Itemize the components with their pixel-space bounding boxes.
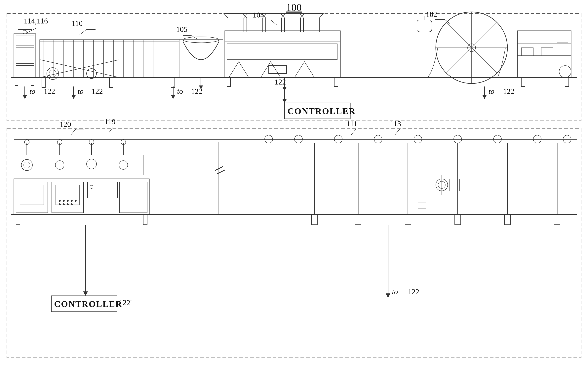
svg-text:122: 122 [191, 87, 202, 95]
svg-text:122: 122 [408, 288, 419, 296]
patent-page: 100 [0, 0, 588, 366]
svg-text:102: 102 [426, 10, 437, 18]
svg-point-114 [71, 200, 73, 202]
svg-marker-83 [282, 99, 287, 103]
svg-rect-6 [15, 77, 18, 85]
svg-rect-139 [16, 215, 20, 225]
svg-point-119 [71, 203, 73, 205]
svg-text:122': 122' [119, 298, 132, 307]
svg-rect-29 [42, 77, 45, 87]
svg-rect-160 [455, 215, 461, 225]
svg-rect-63 [521, 77, 525, 86]
svg-rect-154 [311, 215, 317, 225]
svg-rect-168 [450, 179, 460, 191]
svg-point-62 [559, 66, 571, 77]
svg-point-116 [59, 203, 61, 205]
svg-rect-39 [247, 18, 263, 32]
svg-marker-67 [23, 95, 27, 99]
svg-rect-42 [304, 18, 319, 32]
svg-rect-158 [405, 215, 411, 225]
svg-rect-2 [16, 48, 34, 64]
svg-text:to: to [30, 87, 35, 95]
svg-line-143 [217, 170, 225, 174]
svg-point-111 [59, 200, 61, 202]
svg-rect-156 [355, 215, 361, 225]
svg-rect-105 [16, 182, 48, 213]
svg-rect-64 [565, 77, 569, 86]
svg-text:122: 122 [503, 87, 514, 95]
svg-text:111: 111 [347, 120, 357, 128]
svg-rect-31 [171, 77, 175, 87]
svg-point-117 [63, 203, 65, 205]
svg-text:122: 122 [44, 87, 55, 95]
svg-point-126 [55, 161, 64, 169]
svg-marker-69 [71, 95, 76, 99]
svg-rect-102 [7, 128, 581, 358]
svg-text:CONTROLLER: CONTROLLER [288, 106, 356, 116]
svg-text:to: to [392, 288, 398, 296]
patent-drawing: 100 [0, 0, 588, 366]
svg-text:120: 120 [60, 120, 71, 129]
svg-point-115 [75, 200, 77, 202]
svg-marker-73 [482, 95, 487, 99]
svg-line-179 [71, 129, 76, 135]
svg-line-90 [80, 30, 86, 35]
svg-line-188 [395, 129, 400, 135]
svg-point-125 [24, 162, 30, 168]
svg-rect-104 [14, 179, 149, 215]
svg-rect-37 [225, 31, 340, 77]
svg-marker-176 [386, 293, 390, 298]
svg-marker-71 [171, 95, 175, 99]
svg-text:104: 104 [253, 11, 264, 19]
svg-point-127 [86, 159, 96, 169]
svg-line-96 [271, 20, 277, 25]
svg-text:113: 113 [390, 120, 401, 128]
svg-rect-60 [541, 48, 553, 56]
svg-point-128 [119, 161, 128, 169]
svg-marker-171 [83, 291, 88, 296]
svg-rect-44 [227, 44, 337, 60]
svg-text:to: to [177, 87, 183, 95]
svg-rect-45 [269, 66, 287, 74]
svg-rect-56 [517, 31, 571, 77]
svg-point-120 [90, 185, 93, 189]
svg-rect-41 [284, 18, 300, 32]
svg-rect-61 [557, 31, 568, 43]
svg-text:122: 122 [274, 78, 286, 86]
svg-point-112 [63, 200, 65, 202]
svg-rect-169 [418, 203, 426, 209]
svg-point-28 [86, 69, 96, 78]
svg-rect-162 [504, 215, 510, 225]
svg-line-182 [109, 127, 113, 133]
svg-rect-30 [110, 77, 113, 87]
svg-text:110: 110 [72, 19, 83, 27]
svg-line-185 [351, 129, 356, 135]
svg-rect-107 [87, 182, 118, 198]
svg-rect-3 [16, 66, 34, 77]
svg-text:to: to [488, 87, 494, 95]
svg-text:CONTROLLER: CONTROLLER [54, 299, 122, 309]
svg-rect-46 [227, 77, 230, 86]
svg-rect-140 [143, 215, 147, 225]
svg-text:122: 122 [92, 87, 103, 95]
svg-rect-59 [521, 48, 533, 56]
svg-text:119: 119 [104, 117, 116, 126]
svg-rect-123 [20, 155, 143, 175]
svg-rect-1 [16, 36, 34, 46]
svg-rect-8 [40, 40, 179, 77]
svg-point-27 [49, 70, 56, 77]
svg-text:105: 105 [176, 25, 188, 33]
svg-rect-7 [31, 77, 34, 85]
svg-rect-108 [119, 182, 147, 213]
svg-rect-38 [228, 18, 244, 32]
svg-rect-106 [52, 182, 84, 213]
svg-point-124 [21, 160, 32, 171]
svg-rect-47 [334, 77, 338, 86]
svg-point-113 [67, 200, 69, 202]
svg-text:114,116: 114,116 [24, 17, 48, 25]
svg-rect-164 [554, 215, 560, 225]
svg-text:to: to [78, 87, 84, 95]
svg-rect-109 [20, 185, 44, 205]
figure-number: 100 [286, 2, 302, 13]
svg-rect-0 [14, 34, 36, 77]
